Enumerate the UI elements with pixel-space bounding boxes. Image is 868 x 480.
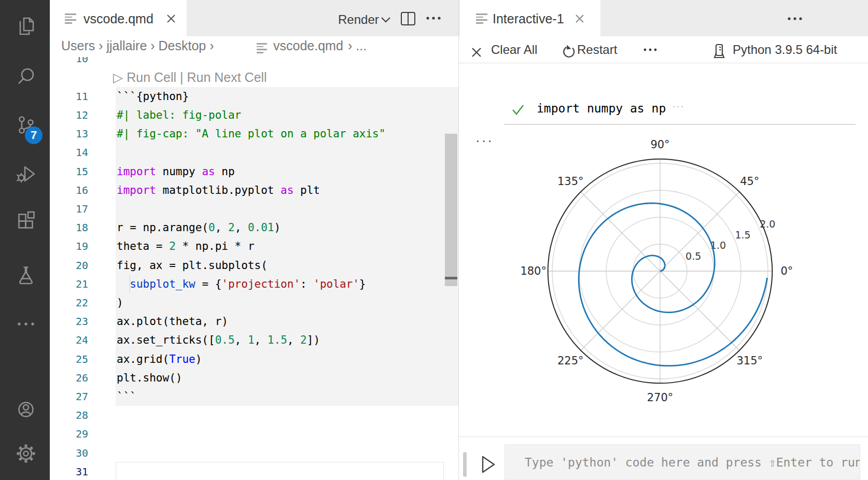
svg-text:0°: 0° — [780, 265, 793, 277]
code-input-field[interactable]: Type 'python' code here and press ⇧Enter… — [505, 444, 860, 480]
line-number: 21 — [50, 275, 88, 293]
activity-bar: 7 — [0, 0, 50, 480]
svg-text:2.0: 2.0 — [760, 218, 775, 230]
line-number: 30 — [50, 444, 88, 462]
line-number: 24 — [50, 331, 88, 349]
code-line[interactable]: plt.show() — [117, 369, 182, 387]
extensions-icon[interactable] — [15, 209, 37, 232]
interpreter-icon[interactable] — [711, 44, 727, 59]
line-number: 19 — [50, 237, 88, 256]
svg-text:135°: 135° — [557, 175, 584, 188]
scrollbar-cursor-marker — [445, 277, 457, 279]
input-area-divider — [459, 436, 868, 437]
svg-text:270°: 270° — [647, 391, 674, 404]
svg-text:315°: 315° — [736, 355, 763, 367]
line-number: 28 — [50, 406, 88, 425]
code-line[interactable]: ```{python} — [117, 87, 189, 106]
line-number: 25 — [50, 350, 88, 369]
cell-divider — [504, 124, 856, 125]
line-number: 26 — [50, 369, 88, 387]
success-check-icon — [511, 103, 525, 117]
polar-plot: 0°45°90°135°180°225°270°315°0.51.01.52.0 — [515, 131, 805, 411]
file-lines-icon — [65, 13, 77, 24]
breadcrumb[interactable]: Users › jjallaire › Desktop › vscode.qmd… — [50, 36, 458, 57]
line-number: 16 — [50, 181, 88, 200]
code-line[interactable]: ax.grid(True) — [117, 350, 202, 369]
panel-tab-bar: Interactive-1 — [459, 0, 868, 36]
code-line[interactable]: ``` — [117, 387, 136, 406]
code-line[interactable]: fig, ax = plt.subplots( — [117, 256, 268, 275]
line-number: 11 — [50, 87, 88, 106]
settings-gear-icon[interactable] — [15, 442, 37, 465]
line-number: 22 — [50, 293, 88, 312]
code-line[interactable]: ) — [117, 293, 123, 312]
code-line[interactable]: #| fig-cap: "A line plot on a polar axis… — [117, 124, 385, 143]
cell-more-icon[interactable]: ··· — [672, 100, 684, 112]
search-icon[interactable] — [15, 65, 37, 88]
line-number: 14 — [50, 143, 88, 162]
clear-all-icon[interactable] — [471, 46, 482, 62]
toolbar-more-icon[interactable] — [643, 48, 659, 52]
editor-scrollbar[interactable] — [445, 134, 457, 286]
tab-close-icon[interactable] — [165, 13, 177, 24]
tab-vscode-qmd[interactable]: vscode.qmd — [50, 0, 187, 36]
code-line[interactable]: theta = 2 * np.pi * r — [117, 237, 255, 256]
line-number: 15 — [50, 162, 88, 181]
current-line-highlight — [116, 462, 444, 480]
files-icon[interactable] — [15, 15, 37, 37]
input-focus-pill — [463, 452, 467, 477]
breadcrumb-folders[interactable]: Users › jjallaire › Desktop › — [61, 38, 214, 53]
run-input-icon[interactable] — [481, 455, 496, 474]
svg-text:45°: 45° — [740, 175, 759, 188]
account-icon[interactable] — [15, 398, 37, 421]
line-number: 29 — [50, 425, 88, 443]
panel-more-icon[interactable] — [787, 16, 804, 21]
code-editor[interactable]: ▷ Run Cell | Run Next Cell 1011```{pytho… — [50, 57, 458, 480]
interpreter-label[interactable]: Python 3.9.5 64-bit — [733, 42, 837, 58]
code-line[interactable]: ax.set_rticks([0.5, 1, 1.5, 2]) — [117, 331, 320, 349]
breadcrumb-file-icon — [257, 43, 269, 53]
editor-group: vscode.qmd Render Users › jjallaire › De… — [50, 0, 458, 480]
line-number: 20 — [50, 256, 88, 275]
svg-text:90°: 90° — [650, 138, 669, 151]
interactive-panel: Interactive-1 Clear All Restart Py — [459, 0, 868, 480]
code-line[interactable]: subplot_kw = {'projection': 'polar'} — [117, 275, 366, 293]
input-placeholder: Type 'python' code here and press ⇧Enter… — [525, 456, 860, 469]
tab-interactive-1[interactable]: Interactive-1 — [460, 0, 600, 36]
svg-text:0.5: 0.5 — [685, 250, 701, 262]
code-line[interactable]: import matplotlib.pyplot as plt — [117, 181, 320, 200]
line-number: 10 — [50, 57, 88, 68]
more-icon[interactable] — [15, 313, 37, 335]
breadcrumb-file[interactable]: vscode.qmd — [273, 38, 343, 53]
code-line[interactable]: import numpy as np — [117, 162, 235, 181]
output-more-icon[interactable]: ··· — [475, 133, 494, 149]
restart-button[interactable]: Restart — [577, 42, 617, 58]
line-number: 23 — [50, 312, 88, 331]
line-number: 18 — [50, 218, 88, 237]
code-line[interactable]: #| label: fig-polar — [117, 106, 241, 124]
render-button[interactable]: Render — [338, 12, 379, 27]
codelens-run-cell[interactable]: ▷ Run Cell | Run Next Cell — [113, 68, 267, 87]
run-debug-icon[interactable] — [15, 162, 37, 185]
line-number: 27 — [50, 387, 88, 406]
editor-more-icon[interactable] — [426, 16, 442, 21]
breadcrumb-tail[interactable]: › ... — [348, 38, 367, 53]
clear-all-button[interactable]: Clear All — [491, 42, 537, 58]
interactive-file-icon — [476, 13, 488, 24]
code-line[interactable]: ax.plot(theta, r) — [117, 312, 228, 331]
tab-label: vscode.qmd — [83, 11, 153, 26]
line-number: 12 — [50, 106, 88, 124]
chevron-down-icon[interactable] — [381, 16, 391, 23]
split-editor-icon[interactable] — [400, 11, 416, 26]
code-line[interactable]: r = np.arange(0, 2, 0.01) — [117, 218, 281, 237]
line-number: 17 — [50, 200, 88, 218]
line-number: 31 — [50, 462, 88, 480]
source-control-badge: 7 — [25, 126, 43, 144]
tab-close-icon[interactable] — [574, 13, 585, 24]
svg-text:180°: 180° — [520, 265, 547, 277]
panel-toolbar: Clear All Restart Python 3.9.5 64-bit — [459, 36, 868, 63]
executed-code[interactable]: import numpy as np — [537, 102, 666, 115]
restart-icon[interactable] — [561, 45, 576, 60]
svg-text:225°: 225° — [557, 355, 584, 367]
testing-flask-icon[interactable] — [15, 264, 37, 287]
